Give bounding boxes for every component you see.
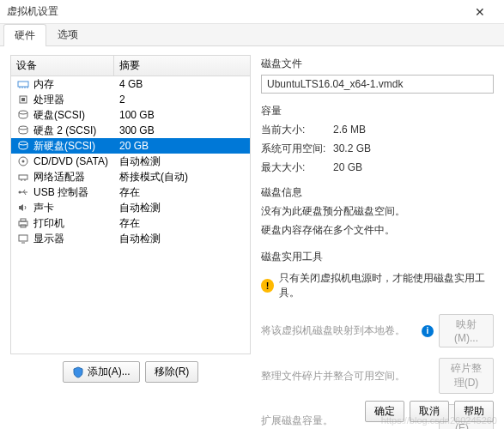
col-summary: 摘要	[114, 56, 250, 76]
hw-name: USB 控制器	[33, 185, 114, 200]
hw-summary: 自动检测	[114, 154, 250, 169]
svg-rect-22	[19, 235, 27, 241]
max-size-row: 最大大小: 20 GB	[261, 160, 494, 175]
dialog-body: 设备 摘要 内存4 GB处理器2硬盘(SCSI)100 GB硬盘 2 (SCSI…	[0, 46, 504, 390]
usb-icon	[16, 186, 30, 198]
hardware-header: 设备 摘要	[11, 56, 250, 76]
hw-name: 打印机	[33, 216, 114, 231]
current-size-value: 2.6 MB	[333, 122, 366, 137]
window-title: 虚拟机设置	[7, 4, 463, 19]
hw-name: 硬盘(SCSI)	[33, 108, 114, 123]
disk-info-line1: 没有为此硬盘预分配磁盘空间。	[261, 203, 494, 219]
util-defrag-row: 整理文件碎片并整合可用空间。 碎片整理(D)	[261, 358, 494, 394]
current-size-row: 当前大小: 2.6 MB	[261, 122, 494, 137]
hardware-row-cd[interactable]: CD/DVD (SATA)自动检测	[11, 154, 250, 169]
hardware-row-disk[interactable]: 硬盘(SCSI)100 GB	[11, 107, 250, 123]
hw-summary: 存在	[114, 216, 250, 231]
hw-name: CD/DVD (SATA)	[33, 155, 114, 167]
disk-info-label: 磁盘信息	[261, 185, 494, 200]
hw-name: 显示器	[33, 232, 114, 246]
svg-rect-6	[21, 98, 25, 101]
util-defrag-text: 整理文件碎片并整合可用空间。	[261, 369, 434, 384]
defrag-button: 碎片整理(D)	[439, 358, 494, 394]
disk-icon	[16, 109, 30, 121]
tabs: 硬件 选项	[0, 24, 504, 46]
hw-summary: 自动检测	[114, 232, 250, 246]
sys-free-value: 30.2 GB	[333, 141, 371, 156]
capacity-label: 容量	[261, 104, 494, 118]
hw-summary: 桥接模式(自动)	[114, 170, 250, 184]
disk-info-line2: 硬盘内容存储在多个文件中。	[261, 222, 494, 238]
hw-name: 处理器	[33, 93, 114, 107]
svg-point-11	[22, 160, 25, 163]
hw-name: 新硬盘(SCSI)	[33, 139, 114, 154]
hw-summary: 2	[114, 94, 250, 106]
cd-icon	[16, 155, 30, 167]
map-button: 映射(M)...	[439, 314, 494, 347]
warning-icon: !	[261, 279, 274, 293]
hardware-rows: 内存4 GB处理器2硬盘(SCSI)100 GB硬盘 2 (SCSI)300 G…	[11, 76, 250, 246]
sys-free-row: 系统可用空间: 30.2 GB	[261, 141, 494, 156]
hardware-row-usb[interactable]: USB 控制器存在	[11, 184, 250, 200]
utils-warning-text: 只有关闭虚拟机电源时，才能使用磁盘实用工具。	[279, 271, 494, 300]
cancel-button[interactable]: 取消	[410, 401, 449, 422]
utils-warning: ! 只有关闭虚拟机电源时，才能使用磁盘实用工具。	[261, 271, 494, 300]
shield-icon	[72, 366, 84, 378]
tab-options[interactable]: 选项	[46, 23, 89, 45]
svg-rect-12	[19, 175, 27, 179]
right-panel: 磁盘文件 UbuntuLTS16.04_x64-1.vmdk 容量 当前大小: …	[261, 55, 494, 383]
current-size-key: 当前大小:	[261, 122, 330, 137]
svg-point-8	[19, 126, 27, 130]
utils-label: 磁盘实用工具	[261, 250, 494, 264]
svg-rect-20	[21, 219, 26, 221]
remove-button[interactable]: 移除(R)	[145, 361, 199, 383]
max-size-key: 最大大小:	[261, 160, 330, 175]
hw-summary: 300 GB	[114, 124, 250, 136]
util-map-text: 将该虚拟机磁盘映射到本地卷。	[261, 323, 416, 338]
max-size-value: 20 GB	[333, 160, 362, 175]
hw-name: 硬盘 2 (SCSI)	[33, 124, 114, 138]
hardware-row-printer[interactable]: 打印机存在	[11, 215, 250, 231]
info-icon: i	[422, 325, 434, 337]
hardware-row-disk[interactable]: 新硬盘(SCSI)20 GB	[11, 138, 250, 154]
disk-file-value[interactable]: UbuntuLTS16.04_x64-1.vmdk	[261, 75, 494, 94]
hw-summary: 20 GB	[114, 140, 250, 152]
hardware-row-memory[interactable]: 内存4 GB	[11, 76, 250, 92]
add-button[interactable]: 添加(A)...	[63, 361, 140, 383]
svg-rect-0	[18, 82, 28, 87]
display-icon	[16, 233, 30, 245]
hw-summary: 自动检测	[114, 201, 250, 215]
util-map-row: 将该虚拟机磁盘映射到本地卷。 i 映射(M)...	[261, 314, 494, 347]
footer-buttons: 确定 取消 帮助	[365, 401, 494, 422]
hardware-row-net[interactable]: 网络适配器桥接模式(自动)	[11, 169, 250, 184]
hardware-row-disk[interactable]: 硬盘 2 (SCSI)300 GB	[11, 123, 250, 138]
help-button[interactable]: 帮助	[454, 401, 494, 422]
disk-icon	[16, 140, 30, 152]
close-icon[interactable]: ✕	[463, 5, 497, 19]
add-button-label: 添加(A)...	[88, 365, 131, 379]
ok-button[interactable]: 确定	[365, 401, 404, 422]
left-buttons: 添加(A)... 移除(R)	[10, 361, 251, 383]
sound-icon	[16, 202, 30, 214]
disk-file-label: 磁盘文件	[261, 57, 494, 71]
printer-icon	[16, 217, 30, 229]
hw-name: 内存	[33, 77, 114, 92]
hw-name: 声卡	[33, 201, 114, 215]
tab-hardware[interactable]: 硬件	[3, 24, 46, 46]
col-device: 设备	[11, 56, 114, 76]
cpu-icon	[16, 94, 30, 106]
hw-name: 网络适配器	[33, 170, 114, 184]
hardware-table: 设备 摘要 内存4 GB处理器2硬盘(SCSI)100 GB硬盘 2 (SCSI…	[10, 55, 251, 354]
disk-icon	[16, 124, 30, 136]
left-panel: 设备 摘要 内存4 GB处理器2硬盘(SCSI)100 GB硬盘 2 (SCSI…	[10, 55, 251, 383]
hw-summary: 4 GB	[114, 78, 250, 90]
hardware-row-display[interactable]: 显示器自动检测	[11, 231, 250, 246]
hw-summary: 存在	[114, 185, 250, 200]
titlebar: 虚拟机设置 ✕	[0, 0, 504, 24]
svg-point-7	[19, 111, 27, 114]
hardware-row-cpu[interactable]: 处理器2	[11, 92, 250, 107]
net-icon	[16, 171, 30, 183]
hw-summary: 100 GB	[114, 109, 250, 121]
svg-point-9	[19, 142, 27, 145]
hardware-row-sound[interactable]: 声卡自动检测	[11, 200, 250, 215]
